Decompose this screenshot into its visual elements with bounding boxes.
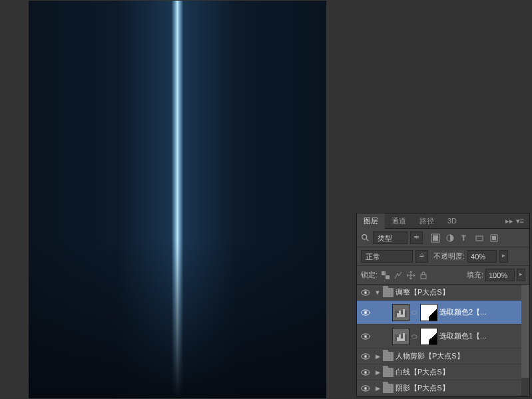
opacity-stepper[interactable]: ▸ bbox=[499, 250, 508, 263]
panel-tabs: 图层 通道 路径 3D ▸▸ ▾≡ bbox=[357, 213, 529, 229]
tab-channels[interactable]: 通道 bbox=[385, 213, 413, 229]
fill-label: 填充: bbox=[467, 270, 483, 280]
visibility-toggle[interactable] bbox=[359, 353, 372, 360]
disclosure-triangle[interactable]: ▶ bbox=[374, 369, 381, 376]
svg-rect-3 bbox=[433, 235, 438, 241]
panel-menu[interactable]: ▸▸ ▾≡ bbox=[500, 217, 529, 225]
tab-layers[interactable]: 图层 bbox=[357, 213, 385, 229]
visibility-toggle[interactable] bbox=[359, 309, 372, 316]
filter-smart-icon[interactable] bbox=[489, 233, 499, 243]
layer-adjustment-color2[interactable]: ⬭ 选取颜色2【... bbox=[357, 301, 529, 325]
layer-list: ▼ 调整【P大点S】 ⬭ 选取颜色2【... ⬭ 选取颜色1【... ▶ 人物剪… bbox=[357, 285, 529, 396]
layer-group-whiteline[interactable]: ▶ 白线【P大点S】 bbox=[357, 364, 529, 380]
search-icon[interactable] bbox=[361, 233, 370, 243]
svg-rect-11 bbox=[421, 275, 426, 279]
fill-input[interactable] bbox=[485, 269, 515, 281]
blend-mode-dropdown[interactable]: 正常 bbox=[361, 250, 413, 263]
lock-label: 锁定: bbox=[361, 270, 378, 280]
svg-rect-10 bbox=[386, 275, 390, 279]
lock-transparent-icon[interactable] bbox=[381, 271, 390, 280]
disclosure-triangle[interactable]: ▶ bbox=[374, 385, 381, 392]
svg-point-18 bbox=[364, 335, 367, 338]
layer-label[interactable]: 阴影【P大点S】 bbox=[396, 383, 449, 393]
layer-label[interactable]: 人物剪影【P大点S】 bbox=[396, 351, 464, 361]
lock-position-icon[interactable] bbox=[406, 271, 415, 280]
tab-paths[interactable]: 路径 bbox=[413, 213, 441, 229]
layer-label[interactable]: 白线【P大点S】 bbox=[396, 367, 449, 377]
folder-icon bbox=[383, 368, 394, 377]
visibility-toggle[interactable] bbox=[359, 385, 372, 392]
filter-shape-icon[interactable] bbox=[475, 233, 484, 243]
canvas-area[interactable] bbox=[0, 0, 355, 399]
layers-panel: 图层 通道 路径 3D ▸▸ ▾≡ 类型 ≑ T 正常 ≑ 不透明度: ▸ 锁定… bbox=[356, 213, 530, 397]
layer-group-silhouette[interactable]: ▶ 人物剪影【P大点S】 bbox=[357, 348, 529, 364]
svg-rect-6 bbox=[476, 236, 483, 241]
mask-thumbnail[interactable] bbox=[420, 328, 437, 345]
fill-stepper[interactable]: ▸ bbox=[517, 269, 525, 281]
filter-type-dropdown[interactable]: 类型 bbox=[373, 231, 407, 244]
layer-label[interactable]: 调整【P大点S】 bbox=[396, 287, 449, 297]
filter-pixel-icon[interactable] bbox=[431, 233, 440, 243]
folder-icon bbox=[383, 352, 394, 361]
blend-mode-arrow[interactable]: ≑ bbox=[415, 250, 428, 263]
adjustment-thumbnail[interactable] bbox=[392, 328, 409, 345]
link-icon[interactable]: ⬭ bbox=[411, 332, 418, 340]
layer-group-adjust[interactable]: ▼ 调整【P大点S】 bbox=[357, 285, 529, 301]
disclosure-triangle[interactable]: ▼ bbox=[374, 289, 381, 296]
svg-rect-9 bbox=[382, 271, 386, 275]
filter-type-icon[interactable]: T bbox=[460, 233, 469, 243]
svg-point-13 bbox=[364, 291, 367, 294]
folder-icon bbox=[383, 384, 394, 393]
mask-thumbnail[interactable] bbox=[420, 304, 437, 321]
svg-text:T: T bbox=[461, 234, 466, 242]
lock-pixels-icon[interactable] bbox=[394, 271, 403, 280]
svg-point-21 bbox=[364, 355, 367, 358]
layer-group-shadow[interactable]: ▶ 阴影【P大点S】 bbox=[357, 380, 529, 396]
filter-icons: T bbox=[431, 233, 499, 243]
svg-point-23 bbox=[364, 371, 367, 374]
opacity-input[interactable] bbox=[467, 250, 497, 263]
filter-row: 类型 ≑ T bbox=[357, 229, 529, 247]
tab-3d[interactable]: 3D bbox=[441, 214, 463, 227]
adjustment-thumbnail[interactable] bbox=[392, 304, 409, 321]
lock-icons bbox=[381, 271, 428, 280]
folder-icon bbox=[383, 288, 394, 297]
svg-rect-8 bbox=[492, 236, 496, 240]
link-icon[interactable]: ⬭ bbox=[411, 309, 418, 317]
visibility-toggle[interactable] bbox=[359, 369, 372, 376]
collapse-icon[interactable]: ▸▸ bbox=[505, 217, 513, 225]
layer-label[interactable]: 选取颜色2【... bbox=[439, 307, 486, 317]
opacity-label: 不透明度: bbox=[433, 251, 465, 261]
document-canvas[interactable] bbox=[29, 1, 326, 398]
disclosure-triangle[interactable]: ▶ bbox=[374, 353, 381, 360]
svg-line-1 bbox=[366, 238, 369, 241]
visibility-toggle[interactable] bbox=[359, 289, 372, 296]
svg-point-25 bbox=[364, 387, 367, 390]
visibility-toggle[interactable] bbox=[359, 333, 372, 340]
svg-point-15 bbox=[364, 311, 367, 314]
menu-icon[interactable]: ▾≡ bbox=[516, 217, 524, 225]
scrollbar-thumb[interactable] bbox=[521, 285, 529, 378]
layer-adjustment-color1[interactable]: ⬭ 选取颜色1【... bbox=[357, 325, 529, 348]
filter-type-arrow[interactable]: ≑ bbox=[410, 231, 423, 244]
lock-all-icon[interactable] bbox=[419, 271, 428, 280]
blend-row: 正常 ≑ 不透明度: ▸ bbox=[357, 247, 529, 266]
layer-label[interactable]: 选取颜色1【... bbox=[439, 331, 486, 341]
filter-adjustment-icon[interactable] bbox=[445, 233, 455, 243]
lock-row: 锁定: 填充: ▸ bbox=[357, 266, 529, 285]
svg-point-0 bbox=[362, 234, 367, 239]
scrollbar-track[interactable] bbox=[521, 285, 529, 396]
